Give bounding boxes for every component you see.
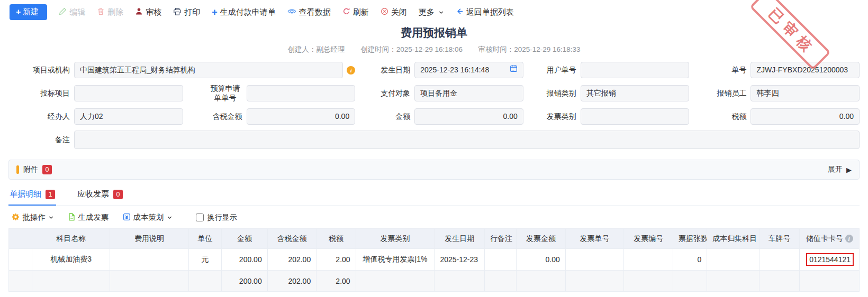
cell-unit[interactable]: 元 bbox=[188, 249, 221, 271]
generate-invoice-button[interactable]: 生成发票 bbox=[68, 212, 109, 222]
chevron-down-icon bbox=[48, 214, 54, 222]
reimburse-type-label: 报销类别 bbox=[523, 89, 581, 98]
attachments-count-badge: 0 bbox=[42, 165, 52, 174]
occur-date-label: 发生日期 bbox=[355, 66, 414, 75]
cell-selector[interactable] bbox=[9, 249, 32, 271]
amount-label: 金额 bbox=[355, 112, 414, 122]
cell-subject-name[interactable]: 机械加油费3 bbox=[32, 249, 110, 271]
view-data-button[interactable]: 查看数据 bbox=[287, 7, 331, 17]
cell-expense-desc[interactable] bbox=[110, 249, 189, 271]
tax-incl-amount-field[interactable]: 0.00 bbox=[247, 108, 356, 125]
audit-button[interactable]: 审核 bbox=[135, 7, 161, 17]
cell-invoice-type[interactable]: 增值税专用发票|1% bbox=[356, 249, 435, 271]
cell-ticket-count[interactable]: 0 bbox=[673, 249, 707, 271]
person-icon bbox=[135, 7, 143, 17]
cell-tax-incl-amount[interactable]: 202.00 bbox=[267, 249, 317, 271]
budget-req-no-label: 预算申请单单号 bbox=[183, 84, 247, 103]
summary-row: 200.00 202.00 2.00 bbox=[9, 271, 860, 292]
summary-amount: 200.00 bbox=[222, 271, 267, 292]
user-no-field[interactable] bbox=[581, 62, 690, 78]
col-expense-desc: 费用说明 bbox=[110, 229, 189, 249]
refresh-icon bbox=[342, 7, 350, 17]
toolbar: +新建 编辑 删除 审核 打印 + 生成付款申请单 查看数据 刷新 关闭 更多 … bbox=[0, 0, 868, 22]
generate-payment-button[interactable]: + 生成付款申请单 bbox=[212, 7, 276, 17]
back-to-list-button[interactable]: 返回单据列表 bbox=[456, 7, 514, 17]
bid-project-field[interactable] bbox=[74, 85, 183, 101]
reimburse-type-field[interactable]: 其它报销 bbox=[581, 85, 690, 101]
cell-occur-date[interactable]: 2025-12-23 bbox=[435, 249, 485, 271]
cell-invoice-amount[interactable]: 0.00 bbox=[517, 249, 566, 271]
trash-icon bbox=[97, 7, 105, 17]
batch-operation-button[interactable]: 批操作 bbox=[12, 212, 54, 222]
budget-req-no-field[interactable] bbox=[247, 85, 356, 101]
tab-doc-detail[interactable]: 单据明细 1 bbox=[8, 187, 56, 206]
calendar-icon bbox=[510, 62, 518, 78]
cell-line-remark[interactable] bbox=[484, 249, 516, 271]
wrap-display-option[interactable]: 换行显示 bbox=[196, 213, 237, 222]
refresh-button[interactable]: 刷新 bbox=[342, 7, 369, 17]
invoice-type-field[interactable] bbox=[581, 108, 690, 125]
remark-label: 备注 bbox=[8, 135, 74, 145]
attachments-label: 附件 bbox=[23, 165, 38, 174]
project-org-label: 项目或机构 bbox=[8, 66, 74, 75]
col-plate-no: 车牌号 bbox=[759, 229, 799, 249]
gear-icon bbox=[12, 213, 20, 222]
print-button[interactable]: 打印 bbox=[173, 7, 200, 17]
detail-table: 科目名称 费用说明 单位 金额 含税金额 税额 发票类别 发生日期 行备注 发票… bbox=[8, 228, 860, 292]
col-subject-name: 科目名称 bbox=[32, 229, 110, 249]
detail-tabs: 单据明细 1 应收发票 0 bbox=[8, 187, 860, 206]
info-icon[interactable]: i bbox=[347, 66, 355, 75]
invoice-type-label: 发票类别 bbox=[523, 112, 581, 122]
info-icon[interactable]: i bbox=[845, 235, 853, 243]
col-unit: 单位 bbox=[188, 229, 221, 249]
doc-no-field[interactable]: ZJWJ-FYBXD20251200003 bbox=[751, 62, 860, 78]
col-amount: 金额 bbox=[222, 229, 267, 249]
cell-plate-no[interactable] bbox=[759, 249, 799, 271]
col-stored-card-no: 储值卡卡号i bbox=[800, 229, 860, 249]
col-tax: 税额 bbox=[317, 229, 356, 249]
cell-invoice-doc-no[interactable] bbox=[565, 249, 624, 271]
new-button-label: 新建 bbox=[23, 7, 39, 17]
form-header: 项目或机构 中国建筑第五工程局_财务结算机构 i 发生日期 2025-12-23… bbox=[8, 62, 860, 149]
project-org-field[interactable]: 中国建筑第五工程局_财务结算机构 bbox=[74, 62, 343, 78]
more-button[interactable]: 更多 bbox=[419, 7, 444, 17]
amount-field[interactable]: 0.00 bbox=[414, 108, 523, 125]
cell-invoice-no[interactable] bbox=[624, 249, 673, 271]
plus-icon: + bbox=[212, 7, 218, 17]
col-selector bbox=[9, 229, 32, 249]
user-no-label: 用户单号 bbox=[523, 66, 581, 75]
bid-project-label: 投标项目 bbox=[8, 89, 74, 98]
page-title: 费用预报销单 bbox=[0, 25, 868, 40]
tab-receivable-invoice[interactable]: 应收发票 0 bbox=[76, 187, 124, 206]
occur-date-field[interactable]: 2025-12-23 16:14:48 bbox=[414, 62, 523, 78]
doc-no-label: 单号 bbox=[689, 66, 751, 75]
arrow-left-icon bbox=[456, 7, 464, 17]
wrap-display-checkbox[interactable] bbox=[196, 214, 204, 221]
cell-amount[interactable]: 200.00 bbox=[222, 249, 267, 271]
col-line-remark: 行备注 bbox=[484, 229, 516, 249]
tax-amount-field[interactable]: 0.00 bbox=[751, 108, 860, 125]
chevron-down-icon bbox=[438, 8, 444, 17]
cost-planning-button[interactable]: 成本策划 bbox=[123, 212, 173, 222]
cell-stored-card-no[interactable]: 0121544121 bbox=[800, 249, 860, 271]
col-tax-incl-amount: 含税金额 bbox=[267, 229, 317, 249]
reimburse-emp-field[interactable]: 韩李四 bbox=[751, 85, 860, 101]
remark-field[interactable] bbox=[74, 131, 860, 149]
pay-target-field[interactable]: 项目备用金 bbox=[414, 85, 523, 101]
cell-cost-subject[interactable] bbox=[707, 249, 760, 271]
stored-card-highlight: 0121544121 bbox=[806, 253, 854, 266]
tax-amount-label: 税额 bbox=[689, 112, 751, 122]
edit-button[interactable]: 编辑 bbox=[59, 7, 85, 17]
close-button[interactable]: 关闭 bbox=[381, 7, 407, 17]
handler-field[interactable]: 人力02 bbox=[74, 108, 183, 125]
new-button[interactable]: +新建 bbox=[10, 4, 47, 20]
cost-plan-icon bbox=[123, 213, 131, 222]
created-label: 创建时间： bbox=[360, 45, 396, 53]
eye-icon bbox=[287, 7, 296, 17]
cell-tax[interactable]: 2.00 bbox=[317, 249, 356, 271]
detail-toolbar: 批操作 生成发票 成本策划 换行显示 bbox=[12, 212, 860, 222]
delete-button[interactable]: 删除 bbox=[97, 7, 123, 17]
creator-label: 创建人： bbox=[287, 45, 316, 53]
doc-meta: 创建人：副总经理 创建时间：2025-12-29 16:18:06 审核时间：2… bbox=[0, 45, 868, 54]
expand-button[interactable]: 展开 ▶ bbox=[828, 165, 852, 174]
